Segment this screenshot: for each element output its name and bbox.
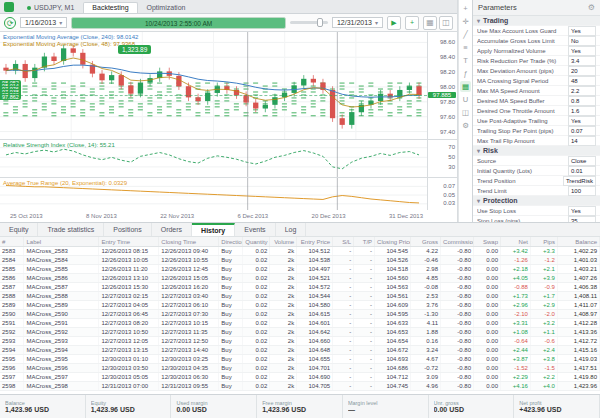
snapshot-icon[interactable]: ◫ xyxy=(460,107,471,118)
parameter-value-input[interactable]: TrendRisk xyxy=(563,176,596,186)
column-header[interactable]: Volume xyxy=(270,237,297,247)
parameter-value-input[interactable]: 0.01 xyxy=(568,166,596,176)
table-row[interactable]: 2590MACross_259012/27/2013 06:4512/27/20… xyxy=(0,310,600,319)
cell: -1.30 xyxy=(411,310,441,319)
layout-toggle-icon-1[interactable]: ◫ xyxy=(439,16,453,30)
table-row[interactable]: 2596MACross_259612/30/2013 03:5012/30/20… xyxy=(0,364,600,373)
column-header[interactable]: S/L xyxy=(333,237,354,247)
column-header[interactable]: Closing Price xyxy=(375,237,411,247)
table-row[interactable]: 2592MACross_259212/27/2013 10:5012/27/20… xyxy=(0,328,600,337)
column-header[interactable]: Label xyxy=(24,237,99,247)
crosshair-icon[interactable]: ✛ xyxy=(460,16,471,27)
parameter-value-input[interactable]: 14 xyxy=(568,136,596,146)
play-button[interactable]: ▶ xyxy=(387,16,401,30)
fibonacci-icon[interactable]: ≡ xyxy=(460,42,471,53)
price-axis[interactable]: 98.6098.4098.2098.0097.8097.6097.4097.88… xyxy=(427,32,457,139)
grid-icon[interactable]: ▦ xyxy=(460,81,471,92)
parameter-group-risk[interactable]: ▾Risk xyxy=(473,146,600,156)
cell: - xyxy=(333,373,354,382)
parameter-value-input[interactable]: 48 xyxy=(568,76,596,86)
parameter-group-trading[interactable]: ▾Trading xyxy=(473,16,600,26)
parameter-value-input[interactable]: 35 xyxy=(568,216,596,223)
parameter-value-input[interactable]: 20 xyxy=(568,66,596,76)
column-header[interactable]: # xyxy=(0,237,24,247)
table-row[interactable]: 2585MACross_258512/26/2013 11:2012/26/20… xyxy=(0,265,600,274)
tab-orders[interactable]: Orders xyxy=(152,223,192,236)
start-date-picker[interactable]: 1/16/2013 ▾ xyxy=(20,17,67,28)
table-row[interactable]: 2586MACross_258612/26/2013 13:1012/26/20… xyxy=(0,274,600,283)
column-header[interactable]: T/P xyxy=(354,237,375,247)
end-date-picker[interactable]: 12/31/2013 ▾ xyxy=(332,17,383,28)
parameter-value-input[interactable]: 1.6 xyxy=(568,106,596,116)
rsi-axis[interactable]: 705030 xyxy=(427,140,457,177)
column-header[interactable]: Net xyxy=(500,237,530,247)
parameter-value-input[interactable]: 0.8 xyxy=(568,96,596,106)
tab-positions[interactable]: Positions xyxy=(104,223,151,236)
parameter-value-input[interactable]: Yes xyxy=(568,206,596,216)
layout-toggle-icon-0[interactable]: ▦ xyxy=(423,16,437,30)
add-instance-button[interactable]: + xyxy=(405,16,419,30)
backtest-progress-bar[interactable]: 10/24/2013 2:55:00 AM xyxy=(71,17,286,29)
atr-plot[interactable]: Average True Range (20, Exponential): 0.… xyxy=(0,178,427,210)
magnet-icon[interactable]: U xyxy=(460,94,471,105)
table-row[interactable]: 2594MACross_259412/27/2013 13:1512/27/20… xyxy=(0,346,600,355)
gear-icon[interactable]: ⚙ xyxy=(588,3,595,12)
column-header[interactable]: Entry Price xyxy=(297,237,333,247)
tab-trade-statistics[interactable]: Trade statistics xyxy=(38,223,104,236)
column-header[interactable]: Quantity xyxy=(243,237,270,247)
table-row[interactable]: 2588MACross_258812/27/2013 02:1512/27/20… xyxy=(0,292,600,301)
table-row[interactable]: 2593MACross_259312/27/2013 12:0512/27/20… xyxy=(0,337,600,346)
price-plot[interactable]: Exponential Moving Average (Close, 240):… xyxy=(0,32,427,139)
parameter-value-input[interactable]: 100 xyxy=(568,186,596,196)
window-tab-label: Optimization xyxy=(147,4,186,11)
parameter-value-input[interactable]: Yes xyxy=(568,116,596,126)
column-header[interactable]: Gross xyxy=(411,237,441,247)
parameter-value-input[interactable]: No xyxy=(568,36,596,46)
table-row[interactable]: 2595MACross_259512/30/2013 01:1012/30/20… xyxy=(0,355,600,364)
rsi-plot[interactable]: Relative Strength Index (Close, 14): 55.… xyxy=(0,140,427,177)
cell: 4.96 xyxy=(411,382,441,391)
column-header[interactable]: Balance xyxy=(557,237,599,247)
speed-slider-thumb[interactable] xyxy=(317,18,323,27)
column-header[interactable]: Commission xyxy=(441,237,474,247)
history-body: 2583MACross_258312/26/2013 08:1512/26/20… xyxy=(0,247,600,391)
parameter-value-input[interactable]: 0.07 xyxy=(568,126,596,136)
table-row[interactable]: 2597MACross_259712/30/2013 05:0512/30/20… xyxy=(0,373,600,382)
column-header[interactable]: Pips xyxy=(530,237,557,247)
cell: 104.701 xyxy=(297,364,333,373)
window-tab-backtesting[interactable]: Backtesting xyxy=(83,2,137,13)
parameter-value-input[interactable]: 3.4 xyxy=(568,56,596,66)
tab-events[interactable]: Events xyxy=(235,223,275,236)
column-header[interactable]: Closing Time xyxy=(159,237,219,247)
table-row[interactable]: 2591MACross_259112/27/2013 08:2012/27/20… xyxy=(0,319,600,328)
window-tab-optimization[interactable]: Optimization xyxy=(138,2,195,13)
table-row[interactable]: 2587MACross_258712/26/2013 15:3012/26/20… xyxy=(0,283,600,292)
text-tool-icon[interactable]: T xyxy=(460,55,471,66)
atr-axis[interactable]: 0.070.050.03 xyxy=(427,178,457,210)
parameter-group-protection[interactable]: ▾Protection xyxy=(473,196,600,206)
tab-history[interactable]: History xyxy=(192,223,235,236)
parameter-value-input[interactable]: 2.2 xyxy=(568,86,596,96)
speed-slider[interactable] xyxy=(290,21,328,24)
settings-icon[interactable]: ⚙ xyxy=(460,120,471,131)
refresh-icon[interactable]: ⟳ xyxy=(4,17,16,29)
indicator-icon[interactable]: ƒ xyxy=(460,68,471,79)
table-row[interactable]: 2583MACross_258312/26/2013 08:1512/26/20… xyxy=(0,247,600,256)
tab-log[interactable]: Log xyxy=(276,223,307,236)
column-header[interactable]: Swap xyxy=(474,237,501,247)
cell: +4.0 xyxy=(530,382,557,391)
parameter-value-input[interactable]: Yes xyxy=(568,26,596,36)
table-row[interactable]: 2584MACross_258412/26/2013 10:0512/26/20… xyxy=(0,256,600,265)
table-row[interactable]: 2598MACross_259812/31/2013 07:0012/31/20… xyxy=(0,382,600,391)
trendline-icon[interactable]: ╱ xyxy=(460,29,471,40)
window-tab-usdjpy-m1[interactable]: USDJPY, M1 xyxy=(18,2,83,13)
table-row[interactable]: 2589MACross_258912/27/2013 04:0512/27/20… xyxy=(0,301,600,310)
column-header[interactable]: Entry Time xyxy=(99,237,159,247)
parameter-value-input[interactable]: Close xyxy=(568,156,596,166)
cell: 0.02 xyxy=(243,319,270,328)
tab-equity[interactable]: Equity xyxy=(0,223,38,236)
column-header[interactable]: Direction xyxy=(219,237,243,247)
add-indicator-icon[interactable]: + xyxy=(460,3,471,14)
parameter-value-input[interactable]: Yes xyxy=(568,46,596,56)
history-table-wrap[interactable]: #LabelEntry TimeClosing TimeDirectionQua… xyxy=(0,237,600,394)
